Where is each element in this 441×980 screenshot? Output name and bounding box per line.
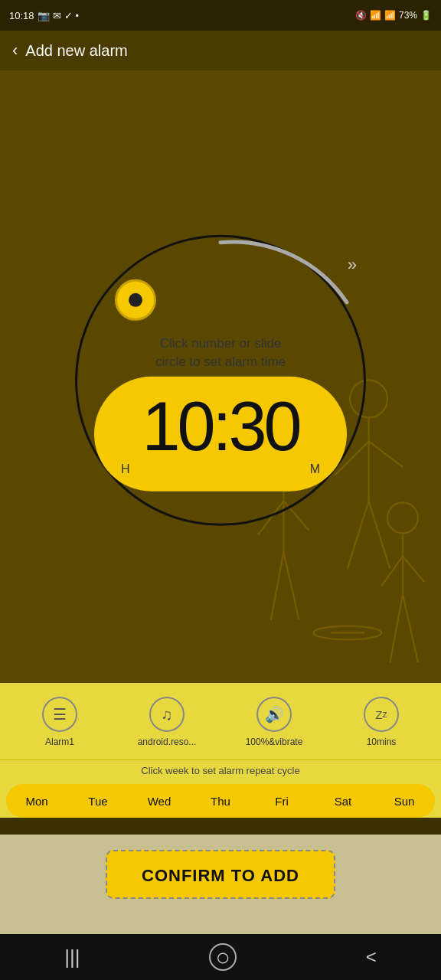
header: ‹ Add new alarm	[0, 31, 441, 70]
confirm-add-button[interactable]: CONFIRM TO ADD	[106, 850, 335, 899]
nav-bar: ||| ○ <	[0, 934, 441, 980]
svg-line-10	[271, 552, 284, 620]
svg-line-14	[381, 556, 403, 586]
hour-display[interactable]: 10	[142, 388, 212, 465]
status-msg-icon: ✉	[53, 10, 61, 21]
forward-arrow-icon[interactable]: »	[348, 255, 354, 275]
svg-line-16	[390, 594, 403, 662]
svg-point-12	[387, 502, 418, 533]
battery-icon: 🔋	[420, 10, 432, 21]
svg-line-5	[369, 501, 390, 569]
main-content: » Click number or slide circle to set al…	[0, 70, 441, 714]
settings-row: ☰ Alarm1 ♫ android.reso... 🔊 100%&vibrat…	[0, 683, 441, 760]
alarm-name-label: Alarm1	[45, 737, 74, 747]
ringtone-icon: ♫	[149, 697, 185, 732]
repeat-hint: Click week to set alarm repeat cycle	[0, 760, 441, 781]
drag-handle-center	[129, 293, 142, 307]
signal-icon: 📶	[384, 10, 396, 21]
snooze-label: 10mins	[367, 737, 397, 747]
nav-home-icon[interactable]: ○	[209, 943, 237, 971]
setting-alarm-name[interactable]: ☰ Alarm1	[6, 697, 113, 747]
snooze-icon: Zz	[364, 697, 399, 732]
hour-label[interactable]: H	[121, 462, 130, 476]
battery-text: 73%	[399, 10, 417, 21]
status-dot-icon: •	[76, 10, 80, 21]
page-title: Add new alarm	[25, 42, 127, 60]
time-drag-handle[interactable]	[115, 279, 156, 321]
minute-display[interactable]: 30	[229, 388, 299, 465]
volume-label: 100%&vibrate	[246, 737, 303, 747]
time-digits: 10:30	[142, 392, 299, 461]
wifi-icon: 📶	[370, 10, 381, 21]
back-button[interactable]: ‹	[12, 41, 18, 60]
time-separator: :	[212, 388, 228, 465]
status-photo-icon: 📷	[38, 10, 50, 21]
svg-line-11	[283, 552, 299, 620]
day-tue[interactable]: Tue	[67, 795, 129, 808]
day-fri[interactable]: Fri	[251, 795, 312, 808]
day-mon[interactable]: Mon	[6, 795, 67, 808]
setting-ringtone[interactable]: ♫ android.reso...	[113, 697, 220, 747]
svg-line-15	[403, 556, 424, 581]
day-sun[interactable]: Sun	[374, 795, 435, 808]
status-right: 🔇 📶 📶 73% 🔋	[355, 10, 432, 21]
nav-back-icon[interactable]: <	[366, 946, 377, 968]
mute-icon: 🔇	[355, 10, 367, 21]
svg-line-3	[369, 441, 403, 466]
instruction-text: Click number or slide circle to set alar…	[155, 335, 286, 371]
nav-menu-icon[interactable]: |||	[64, 946, 80, 969]
svg-line-17	[403, 594, 418, 662]
day-thu[interactable]: Thu	[190, 795, 251, 808]
status-bar: 10:18 📷 ✉ ✓ • 🔇 📶 📶 73% 🔋	[0, 0, 441, 31]
day-wed[interactable]: Wed	[129, 795, 190, 808]
setting-volume[interactable]: 🔊 100%&vibrate	[220, 697, 328, 747]
week-row[interactable]: Mon Tue Wed Thu Fri Sat Sun	[6, 784, 435, 818]
clock-container[interactable]: » Click number or slide circle to set al…	[75, 235, 366, 526]
time-display[interactable]: 10:30 H M	[94, 377, 347, 492]
ringtone-label: android.reso...	[138, 737, 197, 747]
day-sat[interactable]: Sat	[312, 795, 374, 808]
time-labels: H M	[121, 462, 320, 476]
minute-label[interactable]: M	[310, 462, 320, 476]
status-time: 10:18	[9, 10, 34, 21]
volume-icon: 🔊	[256, 697, 292, 732]
setting-snooze[interactable]: Zz 10mins	[328, 697, 435, 747]
status-check-icon: ✓	[64, 10, 73, 21]
alarm-name-icon: ☰	[42, 697, 77, 732]
status-left: 10:18 📷 ✉ ✓ •	[9, 10, 79, 21]
